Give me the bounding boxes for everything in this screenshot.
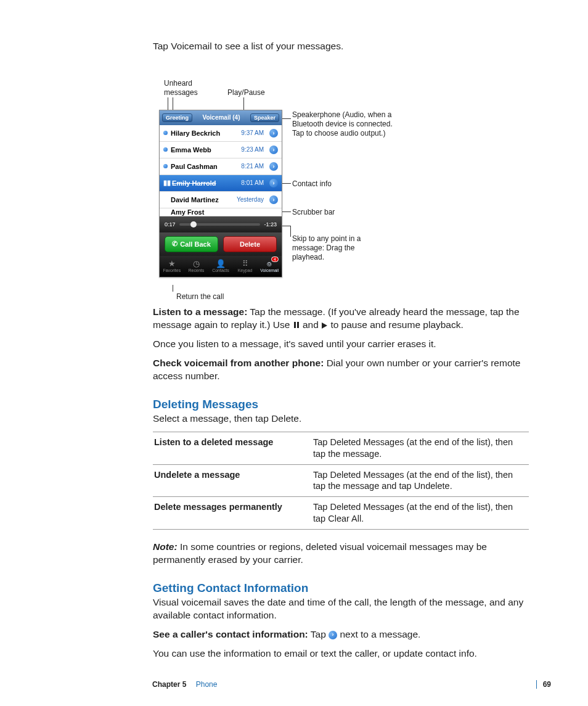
contact-info-heading: Getting Contact Information <box>153 581 529 595</box>
chapter-name: Phone <box>196 680 218 689</box>
listen-heading: Listen to a message: <box>153 306 247 317</box>
voicemail-row[interactable]: David Martinez Yesterday › <box>160 192 282 208</box>
call-time: 9:37 AM <box>241 129 264 136</box>
voicemail-row[interactable]: Emma Webb 9:23 AM › <box>160 142 282 158</box>
text: and <box>300 319 321 330</box>
caller-name: Amy Frost <box>171 208 278 216</box>
chapter-label: Chapter 5 <box>152 680 186 689</box>
action-name: Listen to a deleted message <box>153 432 312 464</box>
detail-chevron-icon[interactable]: › <box>269 129 278 138</box>
unheard-dot-icon <box>163 147 168 152</box>
greeting-button[interactable]: Greeting <box>162 113 192 122</box>
tab-contacts[interactable]: 👤Contacts <box>208 256 233 277</box>
use-info-paragraph: You can use the information to email or … <box>153 647 529 660</box>
voicemail-row-selected[interactable]: ▮▮ Emily Harrold 8:01 AM › <box>160 175 282 192</box>
callout-scrubber: Scrubber bar <box>292 208 335 217</box>
tab-keypad[interactable]: ⠿Keypad <box>233 256 258 277</box>
tab-label: Recents <box>189 268 205 273</box>
speaker-button[interactable]: Speaker <box>250 113 279 122</box>
callout-skip: Skip to any point in a message: Drag the… <box>292 234 385 262</box>
action-description: Tap Deleted Messages (at the end of the … <box>312 464 529 497</box>
table-row: Undelete a messageTap Deleted Messages (… <box>153 464 529 497</box>
text: to pause and resume playback. <box>328 319 463 330</box>
actions-table: Listen to a deleted messageTap Deleted M… <box>153 432 529 530</box>
note-heading: Note: <box>153 541 178 552</box>
tab-label: Contacts <box>212 268 229 273</box>
phone-mock: Greeting Voicemail (4) Speaker Hilary Be… <box>159 110 282 277</box>
listen-paragraph: Listen to a message: Tap the message. (I… <box>153 306 529 332</box>
caller-name: Paul Cashman <box>171 163 238 170</box>
phone-handset-icon: ✆ <box>172 240 178 248</box>
badge-count: 4 <box>271 257 279 262</box>
deleting-intro: Select a message, then tap Delete. <box>153 413 529 425</box>
tab-bar: ★Favorites ◷Recents 👤Contacts ⠿Keypad ⌾V… <box>160 256 282 277</box>
pause-icon: ▮▮ <box>163 179 169 187</box>
callout-playpause: Play/Pause <box>227 88 265 97</box>
action-bar: ✆ Call Back Delete <box>160 232 282 256</box>
table-row: Listen to a deleted messageTap Deleted M… <box>153 432 529 464</box>
detail-chevron-icon[interactable]: › <box>269 162 278 171</box>
detail-chevron-icon[interactable]: › <box>269 179 278 187</box>
star-icon: ★ <box>168 260 176 268</box>
play-icon <box>322 322 327 329</box>
callout-return: Return the call <box>176 292 224 302</box>
caller-name: Emma Webb <box>171 146 238 154</box>
pause-icon <box>293 319 300 332</box>
person-icon: 👤 <box>216 260 226 268</box>
call-back-label: Call Back <box>180 240 211 248</box>
detail-chevron-icon[interactable]: › <box>269 146 278 154</box>
unheard-dot-icon <box>163 164 168 168</box>
call-time: 8:01 AM <box>241 179 264 186</box>
see-contact-paragraph: See a caller's contact information: Tap … <box>153 628 529 641</box>
action-description: Tap Deleted Messages (at the end of the … <box>312 497 529 530</box>
action-description: Tap Deleted Messages (at the end of the … <box>312 432 529 464</box>
check-paragraph: Check voicemail from another phone: Dial… <box>153 357 529 383</box>
detail-chevron-icon[interactable]: › <box>269 195 278 204</box>
call-time: Yesterday <box>237 196 264 203</box>
clock-icon: ◷ <box>193 260 200 268</box>
action-name: Delete messages permanently <box>153 497 312 530</box>
unheard-dot-icon <box>163 131 168 135</box>
saved-paragraph: Once you listen to a message, it's saved… <box>153 338 529 351</box>
caller-name: David Martinez <box>171 196 234 203</box>
callout-speaker: Speakerphone (Audio, when a Bluetooth de… <box>292 110 400 138</box>
tab-voicemail[interactable]: ⌾Voicemail4 <box>257 256 282 277</box>
remaining-time: -1:23 <box>264 221 277 228</box>
spacer <box>163 197 168 202</box>
navbar-title: Voicemail (4) <box>203 114 240 121</box>
intro-text: Tap Voicemail to see a list of your mess… <box>153 40 529 53</box>
tab-recents[interactable]: ◷Recents <box>184 256 209 277</box>
voicemail-row-cut[interactable]: Amy Frost <box>160 208 282 216</box>
callout-unheard: Unheard messages <box>164 79 207 97</box>
text: In some countries or regions, deleted vi… <box>153 541 487 565</box>
note-paragraph: Note: In some countries or regions, dele… <box>153 541 529 567</box>
elapsed-time: 0:17 <box>165 221 176 228</box>
keypad-icon: ⠿ <box>242 260 248 268</box>
see-contact-heading: See a caller's contact information: <box>153 629 308 639</box>
page-number: 69 <box>536 680 551 689</box>
caller-name: Hilary Beckrich <box>171 129 238 137</box>
voicemail-row[interactable]: Hilary Beckrich 9:37 AM › <box>160 125 282 142</box>
contact-info-intro: Visual voicemail saves the date and time… <box>153 596 529 622</box>
scrubber-bar[interactable]: 0:17 -1:23 <box>160 216 282 232</box>
tab-favorites[interactable]: ★Favorites <box>160 256 184 277</box>
spacer <box>163 210 168 214</box>
table-row: Delete messages permanentlyTap Deleted M… <box>153 497 529 530</box>
callout-contact: Contact info <box>292 179 332 189</box>
voicemail-row[interactable]: Paul Cashman 8:21 AM › <box>160 158 282 175</box>
delete-button[interactable]: Delete <box>223 236 277 252</box>
scrubber-track[interactable] <box>179 223 261 226</box>
footer: Chapter 5 Phone <box>152 680 217 689</box>
tab-label: Keypad <box>238 268 253 273</box>
deleting-heading: Deleting Messages <box>153 398 529 411</box>
tab-label: Voicemail <box>260 268 279 273</box>
caller-name: Emily Harrold <box>172 179 238 187</box>
call-back-button[interactable]: ✆ Call Back <box>165 236 218 252</box>
check-heading: Check voicemail from another phone: <box>153 358 324 368</box>
detail-chevron-icon: › <box>329 631 337 639</box>
call-time: 9:23 AM <box>241 146 264 153</box>
phone-navbar: Greeting Voicemail (4) Speaker <box>160 110 282 125</box>
action-name: Undelete a message <box>153 464 312 497</box>
tab-label: Favorites <box>163 268 181 273</box>
text: next to a message. <box>337 629 420 639</box>
